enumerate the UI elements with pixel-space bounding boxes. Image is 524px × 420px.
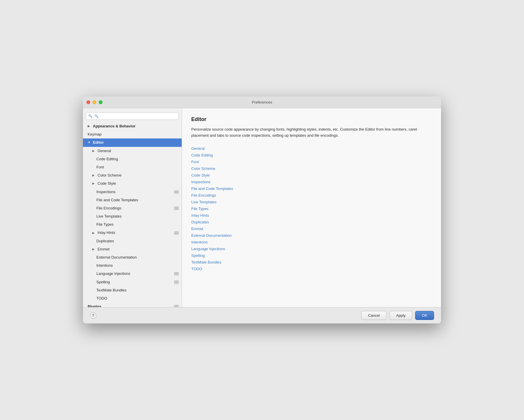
link-duplicates[interactable]: Duplicates [191, 219, 432, 225]
sidebar-item-appearance-behavior[interactable]: ▶Appearance & Behavior [83, 122, 182, 130]
sidebar-item-duplicates[interactable]: Duplicates [83, 237, 182, 245]
sidebar-item-general[interactable]: ▶General [83, 147, 182, 155]
help-button[interactable]: ? [90, 312, 96, 319]
badge-icon [174, 280, 179, 284]
sidebar-item-label: External Documentation [96, 255, 179, 260]
chevron-icon: ▼ [88, 140, 92, 145]
link-font[interactable]: Font [191, 159, 432, 165]
sidebar-item-plugins[interactable]: Plugins [83, 302, 182, 307]
chevron-icon: ▶ [92, 231, 96, 235]
chevron-icon: ▶ [92, 173, 96, 177]
links-list: GeneralCode EditingFontColor SchemeCode … [191, 146, 432, 272]
main-panel: Editor Personalize source code appearanc… [182, 108, 441, 307]
sidebar-item-label: Inspections [96, 189, 174, 195]
sidebar-item-label: File and Code Templates [96, 197, 179, 203]
sidebar-item-textmate-bundles[interactable]: TextMate Bundles [83, 286, 182, 294]
badge-icon [174, 231, 179, 235]
sidebar-item-live-templates[interactable]: Live Templates [83, 212, 182, 220]
footer-buttons: Cancel Apply OK [361, 311, 434, 320]
link-external-documentation[interactable]: External Documentation [191, 233, 432, 238]
chevron-icon: ▶ [88, 124, 92, 128]
search-icon: 🔍 [88, 114, 93, 118]
sidebar-item-label: TODO [96, 296, 179, 301]
sidebar-item-label: Code Editing [96, 156, 179, 162]
sidebar-item-label: Inlay Hints [98, 230, 174, 235]
sidebar-item-label: Emmet [98, 247, 179, 252]
sidebar-item-file-types[interactable]: File Types [83, 220, 182, 229]
badge-icon [174, 305, 179, 307]
link-general[interactable]: General [191, 146, 432, 151]
titlebar: Preferences [83, 97, 441, 108]
sidebar-item-label: TextMate Bundles [96, 288, 179, 293]
sidebar-item-external-documentation[interactable]: External Documentation [83, 253, 182, 261]
sidebar-item-inspections[interactable]: Inspections [83, 188, 182, 196]
sidebar-item-label: Color Scheme [98, 173, 179, 178]
chevron-icon: ▶ [92, 149, 96, 153]
sidebar-item-keymap[interactable]: Keymap [83, 130, 182, 138]
link-textmate-bundles[interactable]: TextMate Bundles [191, 259, 432, 265]
badge-icon [174, 272, 179, 275]
sidebar-item-file-encodings[interactable]: File Encodings [83, 204, 182, 212]
sidebar-item-emmet[interactable]: ▶Emmet [83, 245, 182, 253]
link-spelling[interactable]: Spelling [191, 253, 432, 258]
sidebar-item-label: Appearance & Behavior [93, 124, 179, 129]
link-code-style[interactable]: Code Style [191, 172, 432, 178]
sidebar-item-label: Keymap [88, 132, 179, 137]
badge-icon [174, 207, 179, 210]
search-box: 🔍 [86, 112, 179, 120]
link-file-encodings[interactable]: File Encodings [191, 193, 432, 198]
sidebar-item-code-editing[interactable]: Code Editing [83, 155, 182, 163]
sidebar-item-todo[interactable]: TODO [83, 294, 182, 302]
sidebar-items-container: ▶Appearance & BehaviorKeymap▼Editor▶Gene… [83, 122, 182, 307]
sidebar-item-label: File Encodings [96, 206, 174, 211]
sidebar: 🔍 ▶Appearance & BehaviorKeymap▼Editor▶Ge… [83, 108, 182, 307]
link-emmet[interactable]: Emmet [191, 226, 432, 232]
sidebar-item-label: Intentions [96, 263, 179, 268]
maximize-button[interactable] [99, 100, 102, 104]
sidebar-item-label: Editor [93, 140, 179, 145]
page-description: Personalize source code appearance by ch… [191, 127, 418, 139]
link-live-templates[interactable]: Live Templates [191, 199, 432, 205]
content-area: 🔍 ▶Appearance & BehaviorKeymap▼Editor▶Ge… [83, 108, 441, 307]
window-title: Preferences [252, 100, 272, 104]
link-inspections[interactable]: Inspections [191, 179, 432, 185]
link-color-scheme[interactable]: Color Scheme [191, 166, 432, 171]
sidebar-item-label: General [98, 148, 179, 154]
sidebar-item-inlay-hints[interactable]: ▶Inlay Hints [83, 229, 182, 237]
sidebar-item-label: Plugins [88, 304, 174, 307]
close-button[interactable] [86, 100, 90, 104]
link-intentions[interactable]: Intentions [191, 239, 432, 245]
chevron-icon: ▶ [92, 181, 96, 186]
sidebar-item-editor[interactable]: ▼Editor [83, 138, 182, 147]
sidebar-item-code-style[interactable]: ▶Code Style [83, 179, 182, 188]
apply-button[interactable]: Apply [390, 311, 413, 320]
sidebar-item-label: Duplicates [96, 239, 179, 244]
sidebar-item-label: Language Injections [96, 271, 174, 276]
traffic-lights [86, 100, 102, 104]
footer: ? Cancel Apply OK [83, 307, 441, 323]
sidebar-item-label: Code Style [98, 181, 179, 186]
sidebar-item-spelling[interactable]: Spelling [83, 278, 182, 286]
sidebar-item-color-scheme[interactable]: ▶Color Scheme [83, 171, 182, 179]
link-language-injections[interactable]: Language Injections [191, 246, 432, 252]
sidebar-item-label: File Types [96, 222, 179, 227]
badge-icon [174, 190, 179, 194]
page-title: Editor [191, 116, 432, 122]
link-code-editing[interactable]: Code Editing [191, 152, 432, 158]
link-file-types[interactable]: File Types [191, 206, 432, 211]
cancel-button[interactable]: Cancel [361, 311, 386, 320]
sidebar-item-label: Live Templates [96, 214, 179, 219]
link-todo[interactable]: TODO [191, 266, 432, 272]
sidebar-item-file-code-templates[interactable]: File and Code Templates [83, 196, 182, 204]
preferences-window: Preferences 🔍 ▶Appearance & BehaviorKeym… [83, 97, 441, 323]
chevron-icon: ▶ [92, 247, 96, 251]
minimize-button[interactable] [93, 100, 96, 104]
sidebar-item-label: Font [96, 165, 179, 170]
sidebar-item-language-injections[interactable]: Language Injections [83, 270, 182, 278]
link-file-code-templates[interactable]: File and Code Templates [191, 186, 432, 191]
ok-button[interactable]: OK [415, 311, 434, 320]
link-inlay-hints[interactable]: Inlay Hints [191, 213, 432, 218]
search-input[interactable] [86, 112, 179, 120]
sidebar-item-intentions[interactable]: Intentions [83, 261, 182, 270]
sidebar-item-font[interactable]: Font [83, 163, 182, 171]
